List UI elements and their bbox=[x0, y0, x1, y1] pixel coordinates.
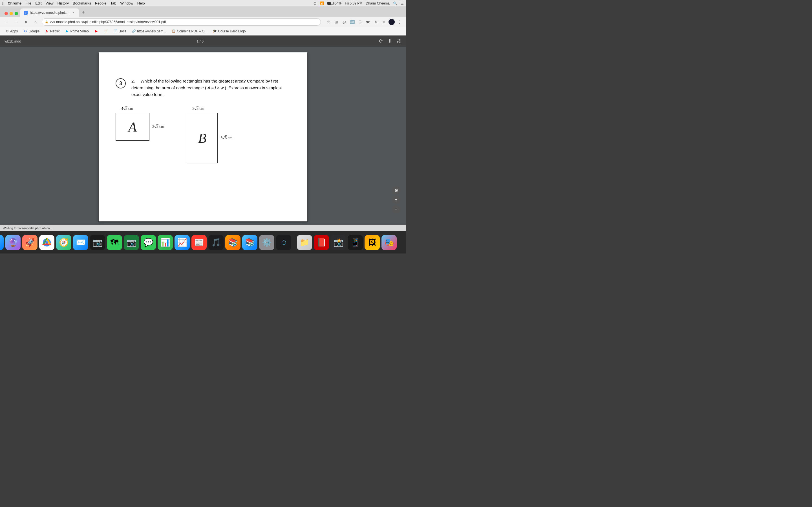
question-formula: A = l × w bbox=[207, 86, 224, 90]
bookmark-misc[interactable]: ⬡ bbox=[102, 29, 110, 34]
profile-avatar[interactable] bbox=[389, 19, 395, 25]
reload-button[interactable]: ✕ bbox=[22, 18, 29, 25]
menu-help[interactable]: Help bbox=[137, 1, 145, 5]
extension-icon-1[interactable]: ⊞ bbox=[333, 19, 340, 25]
pdf-print-button[interactable]: 🖨 bbox=[396, 38, 402, 44]
dock-acrobat[interactable]: 📕 bbox=[314, 235, 329, 250]
menu-tab[interactable]: Tab bbox=[110, 1, 116, 5]
rectangle-b-group: 3√3 cm B 3√6 cm bbox=[187, 107, 232, 163]
menu-people[interactable]: People bbox=[95, 1, 106, 5]
status-text: Waiting for vvs-moodle.phrd.ab.ca... bbox=[3, 226, 52, 230]
dock-mail[interactable]: ✉️ bbox=[73, 235, 88, 250]
zoom-in-button[interactable]: + bbox=[392, 195, 400, 204]
menu-file[interactable]: File bbox=[26, 1, 31, 5]
pdf-area: wb1b.indd 1 / 6 ⟳ ⬇ 🖨 3 2. Which of the … bbox=[0, 36, 406, 231]
extension-icon-2[interactable]: ◎ bbox=[341, 19, 347, 25]
dock-facetime[interactable]: 📷 bbox=[124, 235, 139, 250]
menu-view[interactable]: View bbox=[46, 1, 54, 5]
bookmark-vvsis[interactable]: 🔗 https://vv-sis.pem... bbox=[130, 29, 168, 34]
extension-icon-5[interactable]: ✳ bbox=[373, 19, 379, 25]
toolbar-icons: ☆ ⊞ ◎ 🔤 G NP ✳ ≡ ⋮ bbox=[325, 19, 403, 25]
dock-trash[interactable]: 🗑 bbox=[402, 235, 406, 250]
dock-keynote[interactable]: 🎭 bbox=[382, 235, 397, 250]
dock-bluetooth[interactable]: ⬡ bbox=[276, 235, 291, 250]
zoom-controls: ⊕ + − bbox=[392, 186, 400, 214]
zoom-out-button[interactable]: − bbox=[392, 205, 400, 214]
dock-finder[interactable]: 🗂 bbox=[0, 235, 4, 250]
bookmark-youtube[interactable]: ▶ bbox=[92, 29, 101, 34]
clock: Fri 5:09 PM bbox=[345, 1, 362, 5]
menu-bar-right: ⬡ 📶 54% Fri 5:09 PM Dharm Cheema 🔍 ☰ bbox=[313, 1, 404, 5]
url-bar[interactable]: 🔒 vvs-moodle.phrd.ab.ca/pluginfile.php/3… bbox=[42, 18, 321, 25]
dock-music[interactable]: 🎵 bbox=[208, 235, 223, 250]
bookmark-docs-label: Docs bbox=[119, 29, 126, 33]
wifi-icon: 📶 bbox=[320, 1, 324, 5]
home-button[interactable]: ⌂ bbox=[32, 18, 39, 25]
dock-iphoto[interactable]: 📸 bbox=[331, 235, 346, 250]
apps-grid-icon: ⊞ bbox=[5, 29, 9, 33]
netflix-icon: N bbox=[45, 29, 49, 33]
dock-finder2[interactable]: 📁 bbox=[297, 235, 312, 250]
main-content: C https://vvs-moodle.phrd.ab.ca... × + ←… bbox=[0, 7, 406, 253]
pdf-refresh-button[interactable]: ⟳ bbox=[379, 38, 383, 44]
search-icon[interactable]: 🔍 bbox=[393, 1, 397, 5]
bookmark-prime[interactable]: ▶ Prime Video bbox=[63, 29, 91, 34]
zoom-fit-button[interactable]: ⊕ bbox=[392, 186, 400, 194]
maximize-button[interactable] bbox=[15, 12, 18, 15]
address-bar: ← → ✕ ⌂ 🔒 vvs-moodle.phrd.ab.ca/pluginfi… bbox=[0, 17, 406, 27]
bookmark-coursehero[interactable]: 🎓 Course Hero Logo bbox=[211, 29, 248, 34]
bookmark-netflix[interactable]: N Netflix bbox=[43, 29, 62, 34]
dock-systemprefs[interactable]: ⚙️ bbox=[259, 235, 274, 250]
browser-tab[interactable]: C https://vvs-moodle.phrd.ab.ca... × bbox=[20, 8, 79, 17]
dock-news[interactable]: 📰 bbox=[192, 235, 207, 250]
menu-bookmarks[interactable]: Bookmarks bbox=[73, 1, 91, 5]
dock-chrome[interactable] bbox=[39, 235, 54, 250]
bookmark-star-icon[interactable]: ☆ bbox=[325, 19, 332, 25]
pdf-download-button[interactable]: ⬇ bbox=[388, 38, 392, 44]
dock-preview[interactable]: 🖼 bbox=[364, 235, 380, 250]
battery-percentage: 54% bbox=[335, 1, 342, 5]
close-button[interactable] bbox=[4, 12, 8, 15]
traffic-lights bbox=[2, 12, 20, 15]
dock-launchpad[interactable]: 🚀 bbox=[22, 235, 38, 250]
menu-history[interactable]: History bbox=[57, 1, 69, 5]
forward-button[interactable]: → bbox=[13, 18, 20, 25]
chrome-menu-button[interactable]: ⋮ bbox=[396, 19, 403, 25]
extension-icon-6[interactable]: ≡ bbox=[380, 19, 387, 25]
rectangles-container: 4√5 cm A 3√2 cm bbox=[116, 107, 290, 163]
dock-maps[interactable]: 🗺 bbox=[107, 235, 122, 250]
extension-icon-4[interactable]: G bbox=[357, 19, 363, 25]
new-tab-button[interactable]: + bbox=[80, 9, 87, 16]
dock-numbers[interactable]: 📊 bbox=[158, 235, 173, 250]
pdf-scroll-area[interactable]: 3 2. Which of the following rectangles h… bbox=[0, 47, 406, 225]
menu-bar:  Chrome File Edit View History Bookmark… bbox=[0, 0, 406, 7]
bookmark-docs[interactable]: 📄 Docs bbox=[111, 29, 129, 34]
menu-window[interactable]: Window bbox=[120, 1, 133, 5]
dock-books[interactable]: 📚 bbox=[225, 235, 241, 250]
dock-appstore[interactable]: 📚 bbox=[242, 235, 257, 250]
back-button[interactable]: ← bbox=[3, 18, 10, 25]
dock-messages[interactable]: 💬 bbox=[141, 235, 156, 250]
notification-icon[interactable]: ☰ bbox=[401, 1, 404, 5]
dock-photos[interactable]: 📷 bbox=[90, 235, 105, 250]
menu-edit[interactable]: Edit bbox=[35, 1, 42, 5]
dock-safari[interactable]: 🧭 bbox=[56, 235, 71, 250]
menu-chrome[interactable]: Chrome bbox=[8, 1, 21, 5]
tab-bar: C https://vvs-moodle.phrd.ab.ca... × + bbox=[0, 7, 406, 17]
rectangle-a: A bbox=[116, 113, 149, 141]
minimize-button[interactable] bbox=[10, 12, 13, 15]
dock-numbers2[interactable]: 📈 bbox=[174, 235, 190, 250]
extension-icon-np[interactable]: NP bbox=[365, 19, 371, 25]
pdf-page: 3 2. Which of the following rectangles h… bbox=[99, 52, 307, 221]
bookmark-apps[interactable]: ⊞ Apps bbox=[3, 29, 20, 34]
bookmark-combine-pdf[interactable]: 📋 Combine PDF – O... bbox=[169, 29, 209, 34]
docs-icon: 📄 bbox=[114, 29, 117, 33]
dock-siri[interactable]: 🔮 bbox=[5, 235, 20, 250]
youtube-icon: ▶ bbox=[94, 29, 98, 33]
extension-icon-3[interactable]: 🔤 bbox=[349, 19, 355, 25]
prime-icon: ▶ bbox=[65, 29, 69, 33]
dock-iphone[interactable]: 📱 bbox=[348, 235, 363, 250]
apple-menu[interactable]:  bbox=[2, 1, 4, 6]
bookmark-google[interactable]: G Google bbox=[21, 29, 42, 34]
tab-close-button[interactable]: × bbox=[71, 11, 75, 15]
